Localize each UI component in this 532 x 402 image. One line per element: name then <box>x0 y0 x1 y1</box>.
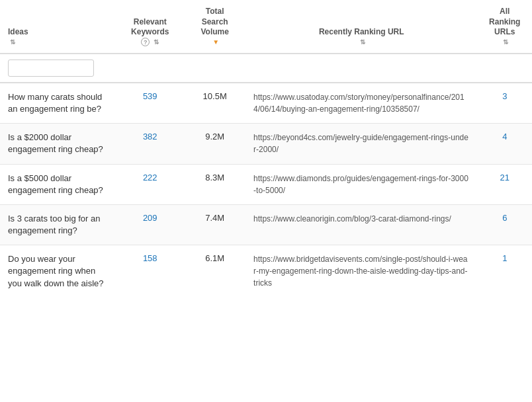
table-row: Is 3 carats too big for an engagement ri… <box>0 204 532 245</box>
total-search-volume-cell: 7.4M <box>184 204 245 245</box>
table-row: Is a $5000 dollar engagement ring cheap?… <box>0 164 532 204</box>
search-input[interactable] <box>8 60 94 77</box>
relevant-keywords-cell: 539 <box>116 83 184 124</box>
recently-ranking-url-sort-icon[interactable]: ⇅ <box>360 38 365 46</box>
all-ranking-urls-cell: 1 <box>478 245 533 298</box>
all-ranking-urls-header-label: All Ranking URLs <box>486 7 525 38</box>
ideas-column-header: Ideas ⇅ <box>0 0 116 54</box>
total-search-volume-cell: 6.1M <box>184 245 245 298</box>
idea-cell: Do you wear your engagement ring when yo… <box>0 245 116 298</box>
idea-cell: Is a $2000 dollar engagement ring cheap? <box>0 124 116 164</box>
idea-cell: Is a $5000 dollar engagement ring cheap? <box>0 164 116 204</box>
recently-ranking-url-header-label: Recently Ranking URL <box>319 27 404 38</box>
relevant-keywords-sort-icon[interactable]: ⇅ <box>154 38 159 46</box>
ideas-header-label: Ideas <box>8 27 28 38</box>
total-search-volume-cell: 8.3M <box>184 164 245 204</box>
relevant-keywords-cell: 158 <box>116 245 184 298</box>
idea-cell: Is 3 carats too big for an engagement ri… <box>0 204 116 245</box>
relevant-keywords-cell: 382 <box>116 124 184 164</box>
relevant-keywords-column-header: Relevant Keywords ? ⇅ <box>116 0 184 54</box>
all-ranking-urls-column-header: All Ranking URLs ⇅ <box>478 0 533 54</box>
all-ranking-urls-cell: 6 <box>478 204 533 245</box>
total-search-volume-cell: 10.5M <box>184 83 245 124</box>
table-row: How many carats should an engagement rin… <box>0 83 532 124</box>
recently-ranking-url-cell[interactable]: https://beyond4cs.com/jewelry-guide/enga… <box>245 124 477 164</box>
recently-ranking-url-column-header: Recently Ranking URL ⇅ <box>245 0 477 54</box>
all-ranking-urls-cell: 4 <box>478 124 533 164</box>
all-ranking-urls-cell: 21 <box>478 164 533 204</box>
total-search-volume-cell: 9.2M <box>184 124 245 164</box>
table-row: Is a $2000 dollar engagement ring cheap?… <box>0 124 532 164</box>
all-ranking-urls-cell: 3 <box>478 83 533 124</box>
ideas-sort-icon[interactable]: ⇅ <box>10 38 15 46</box>
idea-cell: How many carats should an engagement rin… <box>0 83 116 124</box>
recently-ranking-url-cell[interactable]: https://www.cleanorigin.com/blog/3-carat… <box>245 204 477 245</box>
total-search-volume-sort-icon[interactable]: ▼ <box>212 38 219 46</box>
relevant-keywords-help-icon[interactable]: ? <box>141 38 150 46</box>
relevant-keywords-cell: 209 <box>116 204 184 245</box>
recently-ranking-url-cell[interactable]: https://www.usatoday.com/story/money/per… <box>245 83 477 124</box>
search-row <box>0 54 532 83</box>
all-ranking-urls-sort-icon[interactable]: ⇅ <box>503 38 508 46</box>
relevant-keywords-header-label: Relevant Keywords <box>124 17 176 38</box>
total-search-volume-column-header: Total Search Volume ▼ <box>184 0 245 54</box>
recently-ranking-url-cell[interactable]: https://www.bridgetdavisevents.com/singl… <box>245 245 477 298</box>
recently-ranking-url-cell[interactable]: https://www.diamonds.pro/guides/engageme… <box>245 164 477 204</box>
total-search-volume-header-label: Total Search Volume <box>192 7 238 38</box>
relevant-keywords-cell: 222 <box>116 164 184 204</box>
table-row: Do you wear your engagement ring when yo… <box>0 245 532 298</box>
